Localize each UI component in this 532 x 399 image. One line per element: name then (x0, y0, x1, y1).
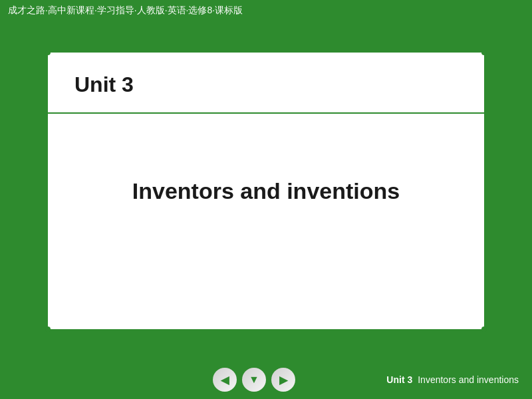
right-chevrons-icon (529, 301, 532, 340)
header-title: 成才之路·高中新课程·学习指导·人教版·英语·选修8·课标版 (8, 5, 243, 17)
corner-dot-bl (45, 327, 51, 332)
title-divider (48, 112, 484, 114)
corner-dot-tr (481, 50, 487, 55)
nav-back-button[interactable]: ◀ (213, 368, 237, 392)
corner-dot-br (481, 327, 487, 332)
nav-forward-button[interactable]: ▶ (271, 368, 295, 392)
content-card: Unit 3 Inventors and inventions (47, 51, 485, 331)
bottom-unit-label: Unit 3 (386, 374, 412, 385)
bottom-subtitle: Inventors and inventions (418, 374, 519, 385)
nav-down-button[interactable]: ▼ (242, 368, 266, 392)
main-area: Unit 3 Inventors and inventions (0, 21, 532, 360)
nav-buttons: ◀ ▼ ▶ (213, 368, 295, 392)
card-subtitle: Inventors and inventions (132, 178, 400, 204)
bottom-bar: ◀ ▼ ▶ Unit 3 Inventors and inventions (0, 360, 532, 399)
top-bar: 成才之路·高中新课程·学习指导·人教版·英语·选修8·课标版 (0, 0, 532, 21)
corner-dot-tl (45, 50, 51, 55)
unit-label: Unit 3 (74, 72, 134, 97)
unit-title-area: Unit 3 (74, 72, 134, 97)
